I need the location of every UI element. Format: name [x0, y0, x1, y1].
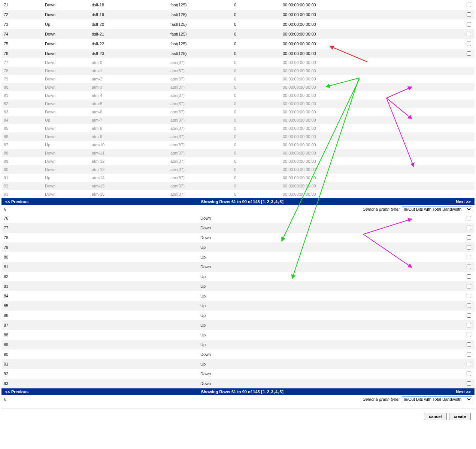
status-table: 76Down77Down78Down79Up80Up81Down82Up83Up…: [1, 213, 475, 388]
row-checkbox[interactable]: [467, 265, 471, 269]
row-checkbox[interactable]: [467, 294, 471, 298]
cell-index: 88: [1, 330, 198, 340]
graph-type-select[interactable]: In/Out Bits with Total Bandwidth: [402, 396, 472, 402]
row-checkbox[interactable]: [467, 235, 471, 240]
row-checkbox[interactable]: [467, 42, 471, 46]
cell-number: 0: [232, 165, 281, 174]
row-checkbox[interactable]: [467, 32, 471, 36]
prev-link[interactable]: << Previous: [5, 390, 28, 394]
row-checkbox[interactable]: [467, 372, 471, 376]
row-checkbox[interactable]: [467, 323, 471, 327]
graph-toolbar: ↳ Select a graph type: In/Out Bits with …: [0, 395, 476, 403]
cell-index: 90: [1, 349, 198, 359]
cell-index: 76: [1, 213, 198, 223]
cell-type: atm(37): [168, 116, 232, 124]
cell-index: 77: [1, 223, 198, 233]
row-checkbox[interactable]: [467, 22, 471, 27]
cell-index: 89: [1, 340, 198, 349]
row-checkbox[interactable]: [467, 226, 471, 230]
cell-status: Down: [198, 223, 408, 233]
page-number-link[interactable]: 5: [279, 199, 282, 204]
cell-checkbox: [389, 10, 475, 19]
cell-checkbox: [389, 100, 475, 108]
cell-time: 00:00:00:00:00:00: [281, 19, 389, 29]
row-checkbox[interactable]: [467, 342, 471, 347]
cell-checkbox: [408, 291, 475, 301]
row-checkbox[interactable]: [467, 3, 471, 7]
next-link[interactable]: Next >>: [456, 390, 471, 394]
prev-link[interactable]: << Previous: [5, 199, 28, 204]
cell-name: atm-5: [90, 100, 168, 108]
cell-index: 91: [1, 359, 198, 369]
page-number-link[interactable]: 5: [279, 390, 282, 394]
table-row: 79Up: [1, 242, 475, 252]
cell-index: 81: [1, 262, 198, 272]
row-checkbox[interactable]: [467, 12, 471, 17]
row-checkbox[interactable]: [467, 303, 471, 308]
cell-status: Down: [43, 157, 90, 165]
cell-type: fast(125): [168, 49, 232, 58]
cell-type: atm(37): [168, 141, 232, 149]
cell-name: atm-6: [90, 108, 168, 116]
cell-number: 0: [232, 10, 281, 19]
row-checkbox[interactable]: [467, 284, 471, 288]
cell-type: fast(125): [168, 39, 232, 49]
interface-table: 71Downdslf-18fast(125)000:00:00:00:00:00…: [1, 0, 475, 198]
page-number-link[interactable]: 4: [275, 199, 278, 204]
cell-type: atm(37): [168, 83, 232, 91]
cell-checkbox: [408, 262, 475, 272]
page-number-link[interactable]: 2: [267, 390, 269, 394]
table-row: 89Downatm-12atm(37)000:00:00:00:00:00: [1, 157, 475, 165]
cell-time: 00:00:00:00:00:00: [281, 10, 389, 19]
table-row: 76Down: [1, 213, 475, 223]
cell-checkbox: [389, 190, 475, 198]
cell-status: Down: [43, 58, 90, 67]
cell-name: atm-4: [90, 91, 168, 100]
row-checkbox[interactable]: [467, 381, 471, 386]
create-button[interactable]: create: [449, 413, 471, 420]
cell-time: 00:00:00:00:00:00: [281, 157, 389, 165]
table-row: 93Down: [1, 379, 475, 388]
row-checkbox[interactable]: [467, 245, 471, 250]
graph-type-label: Select a graph type:: [363, 207, 400, 211]
page-number-current: 3: [271, 390, 273, 394]
table-row: 86Downatm-9atm(37)000:00:00:00:00:00: [1, 132, 475, 141]
page-number-link[interactable]: 1: [263, 390, 265, 394]
cell-index: 80: [1, 83, 43, 91]
cell-checkbox: [389, 141, 475, 149]
cell-checkbox: [389, 149, 475, 157]
cell-name: atm-15: [90, 182, 168, 190]
page-number-link[interactable]: 1: [263, 199, 265, 204]
cell-checkbox: [408, 272, 475, 281]
cell-name: dslf-23: [90, 49, 168, 58]
cell-time: 00:00:00:00:00:00: [281, 132, 389, 141]
cell-time: 00:00:00:00:00:00: [281, 174, 389, 182]
row-checkbox[interactable]: [467, 255, 471, 259]
cancel-button[interactable]: cancel: [424, 413, 446, 420]
cell-index: 87: [1, 141, 43, 149]
cell-index: 85: [1, 301, 198, 311]
row-checkbox[interactable]: [467, 216, 471, 220]
row-checkbox[interactable]: [467, 352, 471, 357]
row-checkbox[interactable]: [467, 274, 471, 279]
cell-status: Up: [43, 19, 90, 29]
page-number-link[interactable]: 2: [267, 199, 269, 204]
graph-type-select[interactable]: In/Out Bits with Total Bandwidth: [402, 206, 472, 212]
next-link[interactable]: Next >>: [456, 199, 471, 204]
cell-time: 00:00:00:00:00:00: [281, 49, 389, 58]
cell-checkbox: [408, 349, 475, 359]
row-checkbox[interactable]: [467, 313, 471, 318]
cell-index: 86: [1, 311, 198, 320]
cell-time: 00:00:00:00:00:00: [281, 67, 389, 75]
cell-checkbox: [408, 242, 475, 252]
table-row: 88Downatm-11atm(37)000:00:00:00:00:00: [1, 149, 475, 157]
row-checkbox[interactable]: [467, 51, 471, 56]
row-checkbox[interactable]: [467, 333, 471, 337]
cell-checkbox: [389, 29, 475, 39]
table-row: 85Up: [1, 301, 475, 311]
cell-checkbox: [408, 311, 475, 320]
table-row: 87Upatm-10atm(37)000:00:00:00:00:00: [1, 141, 475, 149]
cell-status: Down: [43, 29, 90, 39]
row-checkbox[interactable]: [467, 362, 471, 366]
page-number-link[interactable]: 4: [275, 390, 278, 394]
